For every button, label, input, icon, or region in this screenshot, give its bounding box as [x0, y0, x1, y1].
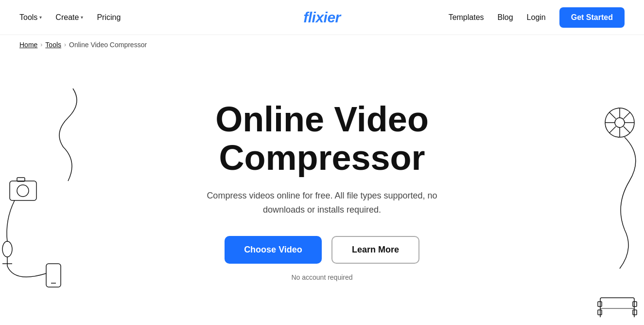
nav-right: Templates Blog Login Get Started	[449, 7, 625, 28]
svg-point-3	[2, 241, 12, 257]
get-started-button[interactable]: Get Started	[559, 7, 625, 28]
nav-create[interactable]: Create ▾	[55, 13, 83, 22]
hero-section: Online Video Compressor Compress videos …	[0, 54, 644, 317]
svg-line-17	[609, 126, 616, 133]
svg-rect-0	[10, 181, 36, 200]
nav-blog[interactable]: Blog	[498, 13, 513, 22]
breadcrumb-home[interactable]: Home	[19, 41, 37, 49]
svg-point-1	[17, 185, 29, 197]
svg-rect-22	[633, 310, 637, 315]
nav-tools[interactable]: Tools ▾	[19, 13, 42, 22]
hero-subtitle: Compress videos online for free. All fil…	[186, 189, 458, 217]
nav-pricing[interactable]: Pricing	[97, 13, 121, 22]
svg-rect-21	[633, 302, 637, 307]
breadcrumb-current: Online Video Compressor	[69, 41, 147, 49]
create-arrow-icon: ▾	[81, 15, 83, 20]
svg-line-15	[624, 126, 630, 133]
svg-point-8	[605, 108, 634, 137]
no-account-label: No account required	[291, 273, 352, 281]
tools-arrow-icon: ▾	[39, 15, 42, 20]
nav-left: Tools ▾ Create ▾ Pricing	[19, 13, 121, 22]
site-logo[interactable]: flixier	[303, 9, 341, 26]
choose-video-button[interactable]: Choose Video	[225, 236, 322, 264]
svg-rect-18	[600, 298, 634, 317]
hero-title: Online Video Compressor	[215, 100, 429, 177]
breadcrumb: Home › Tools › Online Video Compressor	[0, 35, 644, 54]
nav-templates[interactable]: Templates	[449, 13, 484, 22]
deco-right-illustration	[537, 84, 644, 317]
breadcrumb-sep-1: ›	[40, 41, 42, 48]
site-header: Tools ▾ Create ▾ Pricing flixier Templat…	[0, 0, 644, 35]
svg-rect-20	[598, 310, 602, 315]
learn-more-button[interactable]: Learn More	[331, 236, 419, 264]
breadcrumb-tools[interactable]: Tools	[45, 41, 61, 49]
svg-line-14	[609, 112, 616, 119]
svg-rect-19	[598, 302, 602, 307]
hero-buttons: Choose Video Learn More No account requi…	[225, 236, 419, 281]
svg-point-9	[615, 118, 625, 127]
nav-login[interactable]: Login	[527, 13, 546, 22]
svg-rect-2	[17, 178, 25, 181]
svg-rect-6	[46, 264, 61, 287]
button-row: Choose Video Learn More	[225, 236, 419, 264]
breadcrumb-sep-2: ›	[64, 41, 66, 48]
deco-left-illustration	[0, 84, 97, 317]
svg-line-16	[624, 112, 630, 119]
